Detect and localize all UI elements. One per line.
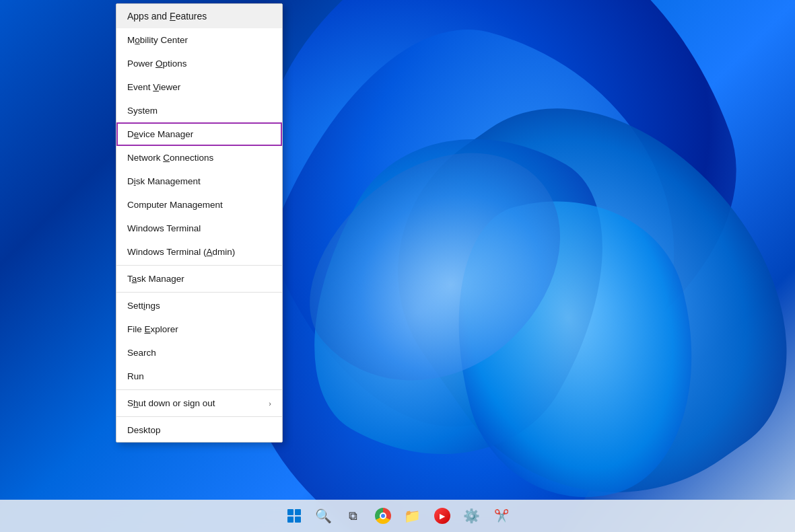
menu-item-computer-management[interactable]: Computer Management (116, 193, 282, 217)
menu-item-disk-management[interactable]: Disk Management (116, 169, 282, 193)
windows-logo-icon (287, 509, 301, 523)
menu-item-label: Settings (127, 301, 160, 311)
menu-item-label: System (127, 106, 158, 116)
menu-item-label: Windows Terminal (127, 223, 201, 233)
menu-item-task-manager[interactable]: Task Manager (116, 267, 282, 291)
menu-item-system[interactable]: System (116, 99, 282, 122)
taskview-icon: ⧉ (349, 509, 357, 523)
menu-item-label: Device Manager (127, 129, 193, 139)
menu-item-label: Event Viewer (127, 82, 180, 92)
menu-item-label: Power Options (127, 59, 187, 69)
streamdeck-icon: ▶ (434, 508, 450, 524)
search-icon: 🔍 (315, 508, 332, 524)
menu-item-label: Mobility Center (127, 35, 188, 45)
context-menu: Apps and FeaturesMobility CenterPower Op… (116, 3, 283, 443)
menu-item-shut-down[interactable]: Shut down or sign out› (116, 391, 282, 415)
menu-item-power-options[interactable]: Power Options (116, 52, 282, 75)
menu-item-label: File Explorer (127, 324, 178, 334)
taskbar-icon-explorer[interactable]: 📁 (399, 502, 426, 529)
taskbar-icon-streamdeck[interactable]: ▶ (429, 502, 456, 529)
chrome-icon (375, 508, 391, 524)
taskbar-icon-chrome[interactable] (370, 502, 396, 529)
menu-item-run[interactable]: Run (116, 365, 282, 388)
menu-item-label: Apps and Features (127, 11, 207, 22)
menu-item-label: Desktop (127, 425, 161, 435)
menu-divider (116, 416, 282, 417)
submenu-arrow-icon: › (269, 400, 271, 408)
menu-item-label: Run (127, 371, 144, 381)
taskbar-icon-settings-tb[interactable]: ⚙️ (458, 502, 485, 529)
menu-item-apps-features[interactable]: Apps and Features (116, 4, 282, 28)
taskbar-icon-task-view[interactable]: ⧉ (340, 502, 367, 529)
taskbar-icon-snip[interactable]: ✂️ (488, 502, 515, 529)
menu-item-settings[interactable]: Settings (116, 294, 282, 317)
menu-item-label: Network Connections (127, 153, 213, 163)
snip-icon: ✂️ (494, 508, 509, 523)
menu-item-file-explorer[interactable]: File Explorer (116, 317, 282, 341)
menu-divider (116, 292, 282, 293)
menu-item-search[interactable]: Search (116, 341, 282, 365)
taskbar-icon-start[interactable] (281, 502, 308, 529)
menu-item-mobility-center[interactable]: Mobility Center (116, 28, 282, 52)
menu-divider (116, 265, 282, 266)
menu-divider (116, 389, 282, 390)
menu-item-windows-terminal[interactable]: Windows Terminal (116, 217, 282, 240)
menu-item-label: Shut down or sign out (127, 398, 215, 408)
gear-icon: ⚙️ (463, 508, 480, 524)
taskbar-icon-search[interactable]: 🔍 (310, 502, 337, 529)
menu-item-label: Disk Management (127, 176, 201, 186)
menu-item-network-connections[interactable]: Network Connections (116, 146, 282, 169)
menu-item-desktop[interactable]: Desktop (116, 418, 282, 442)
menu-item-device-manager[interactable]: Device Manager (116, 122, 282, 146)
menu-item-label: Task Manager (127, 274, 184, 284)
folder-icon: 📁 (404, 508, 421, 524)
menu-item-label: Search (127, 348, 156, 358)
menu-item-label: Computer Management (127, 200, 223, 210)
taskbar: 🔍⧉ 📁▶⚙️✂️ (0, 500, 795, 532)
menu-item-label: Windows Terminal (Admin) (127, 247, 235, 257)
menu-item-windows-terminal-admin[interactable]: Windows Terminal (Admin) (116, 240, 282, 264)
menu-item-event-viewer[interactable]: Event Viewer (116, 75, 282, 99)
